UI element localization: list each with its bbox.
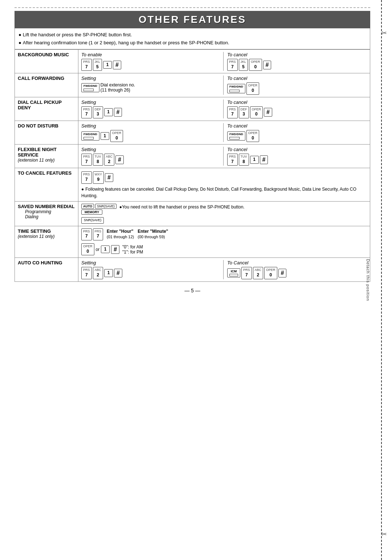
dnd-cancel-keys: FWD/DND OPER0: [227, 130, 367, 142]
ts-row2: OPER0 or 1 # "0": for AM "1": for PM: [81, 243, 367, 255]
key-prs7-c: PRS7: [227, 59, 238, 71]
key-prs7-dcpd: PRS7: [81, 106, 92, 118]
key-1-dcpd: 1: [104, 108, 113, 116]
key-tuv8-fns: TUV8: [93, 154, 103, 166]
feature-detail-ts: PRS7 PRS7 Enter "Hour" (01 through 12) E…: [78, 226, 370, 258]
bgm-enable: To enable PRS7 JKL5 1 #: [81, 52, 224, 71]
key-hash-ach: #: [114, 269, 122, 277]
feature-name-ts: TIME SETTING (extension 11 only): [15, 226, 78, 258]
key-prs7: PRS7: [81, 59, 92, 71]
ach-cancel-label: To Cancel: [227, 260, 367, 265]
row-time-setting: TIME SETTING (extension 11 only) PRS7 PR…: [15, 226, 370, 258]
ach-split: Setting PRS7 ABC2 1 # To Cancel: [81, 260, 367, 279]
key-tuv8-fns-c: TUV8: [239, 154, 249, 166]
fns-cancel-label: To cancel: [227, 147, 367, 152]
row-call-forwarding: CALL FORWARDING Setting FWD/DND Dial ext…: [15, 73, 370, 97]
ach-setting-keys: PRS7 ABC2 1 #: [81, 267, 221, 279]
dnd-cancel: To cancel FWD/DND OPER0: [225, 123, 367, 142]
bgm-enable-keys: PRS7 JKL5 1 #: [81, 59, 221, 71]
scissors-bottom-icon: ✂: [381, 530, 387, 538]
dcpd-cancel-label: To cancel: [227, 100, 367, 105]
key-1-fns-c: 1: [250, 156, 259, 164]
bgm-enable-label: To enable: [81, 52, 221, 57]
key-1-ach: 1: [104, 269, 113, 277]
fwd-dnd-key-cancel: FWD/DND: [227, 84, 245, 93]
feature-detail-snr: AUTO SNR(SAVE) MEMORY ●You need not to l…: [78, 201, 370, 226]
ts-am-label: "0": for AM: [122, 244, 143, 249]
fns-cancel: To cancel PRS7 TUV8 1 #: [225, 147, 367, 166]
snr-dialing-label: Dialing: [25, 214, 75, 219]
row-saved-number-redial: SAVED NUMBER REDIAL Programming Dialing …: [15, 201, 370, 226]
bgm-split: To enable PRS7 JKL5 1 # To cancel P: [81, 52, 367, 71]
tcf-bullet: Following features can be canceled. Dial…: [81, 186, 367, 199]
key-oper0-dcpd-c: OPER0: [250, 106, 263, 118]
feature-name-snr: SAVED NUMBER REDIAL Programming Dialing: [15, 201, 78, 226]
dcpd-split: Setting PRS7 DEF3 1 # To cancel PRS: [81, 100, 367, 118]
key-hash-dcpd: #: [114, 108, 122, 117]
ts-enter-hour: Enter "Hour": [107, 229, 133, 234]
dnd-setting-label: Setting: [81, 123, 221, 129]
key-memory: MEMORY: [81, 210, 102, 215]
features-table: BACKGROUND MUSIC To enable PRS7 JKL5 1 #: [15, 49, 370, 282]
cf-setting: Setting FWD/DND Dial extension no.(11 th…: [81, 76, 224, 94]
row-do-not-disturb: DO NOT DISTURB Setting FWD/DND 1: [15, 121, 370, 144]
page-title: OTHER FEATURES: [15, 14, 370, 25]
right-border: [381, 0, 382, 560]
feature-detail-tcf: PRS7 WXY9 # Following features can be ca…: [78, 168, 370, 201]
key-prs7-ach: PRS7: [81, 267, 92, 279]
dnd-setting-keys: FWD/DND 1 OPER0: [81, 130, 221, 142]
key-def3-dcpd-c: DEF3: [239, 106, 249, 118]
ts-enter-minute: Enter "Minute": [138, 229, 168, 234]
dnd-cancel-label: To cancel: [227, 123, 367, 129]
dcpd-setting-label: Setting: [81, 100, 221, 105]
cf-setting-label: Setting: [81, 76, 221, 81]
feature-name-fns: FLEXIBLE NIGHT SERVICE (extension 11 onl…: [15, 145, 78, 168]
ts-hour-info: Enter "Hour" (01 through 12): [107, 228, 134, 239]
snr-prog-key-row1: AUTO SNR(SAVE): [81, 204, 117, 209]
key-jkl5-c: JKL5: [239, 59, 248, 71]
key-hash-c: #: [263, 61, 271, 69]
key-1-ts: 1: [101, 245, 110, 253]
row-background-music: BACKGROUND MUSIC To enable PRS7 JKL5 1 #: [15, 50, 370, 73]
intro-bullet-2: After hearing confirmation tone (1 or 2 …: [19, 39, 366, 46]
fns-setting-keys: PRS7 TUV8 ABC2 #: [81, 154, 221, 166]
bgm-cancel-label: To cancel: [227, 52, 367, 57]
key-prs7-dcpd-c: PRS7: [227, 106, 238, 118]
ts-ampm-info: "0": for AM "1": for PM: [122, 244, 143, 255]
cf-cancel-label: To cancel: [227, 76, 367, 81]
dcpd-cancel: To cancel PRS7 DEF3 OPER0 #: [225, 100, 367, 118]
title-box: OTHER FEATURES: [15, 11, 370, 28]
key-abc2-fns: ABC2: [104, 154, 115, 166]
detach-label: Detach this position: [366, 259, 370, 301]
row-auto-co-hunting: AUTO CO HUNTING Setting PRS7 ABC2 1 #: [15, 258, 370, 281]
key-1: 1: [103, 61, 112, 69]
key-prs7-ach-c: PRS7: [241, 267, 252, 279]
scissors-top-icon: ✂: [381, 29, 387, 37]
key-prs7-tcf: PRS7: [81, 171, 92, 183]
row-to-cancel-features: TO CANCEL FEATURES PRS7 WXY9 # Following…: [15, 168, 370, 201]
ts-keys-prs: PRS7 PRS7: [81, 228, 103, 240]
fns-cancel-keys: PRS7 TUV8 1 #: [227, 154, 367, 166]
key-snrsave: SNR(SAVE): [95, 204, 116, 209]
page-number: — 5 —: [15, 288, 370, 293]
key-abc2-ach: ABC2: [93, 267, 103, 279]
ach-setting: Setting PRS7 ABC2 1 #: [81, 260, 224, 279]
snr-programming-row: AUTO SNR(SAVE) MEMORY ●You need not to l…: [81, 204, 367, 215]
dnd-setting: Setting FWD/DND 1 OPER0: [81, 123, 224, 142]
key-jkl5: JKL5: [93, 59, 102, 71]
key-hash: #: [113, 61, 121, 69]
cf-dial-note: Dial extension no.(11 through 26): [101, 82, 135, 93]
feature-name-tcf: TO CANCEL FEATURES: [15, 168, 78, 201]
row-flexible-night-service: FLEXIBLE NIGHT SERVICE (extension 11 onl…: [15, 145, 370, 168]
ts-sub: (extension 11 only): [18, 234, 75, 239]
fns-setting-label: Setting: [81, 147, 221, 152]
feature-detail-fns: Setting PRS7 TUV8 ABC2 # To cancel: [78, 145, 370, 168]
feature-detail-dcpd: Setting PRS7 DEF3 1 # To cancel PRS: [78, 97, 370, 121]
fns-setting: Setting PRS7 TUV8 ABC2 #: [81, 147, 224, 166]
key-icm: ICM: [227, 268, 240, 277]
feature-name-dnd: DO NOT DISTURB: [15, 121, 78, 144]
ts-ampm-keys: OPER0 or 1 #: [81, 243, 119, 255]
key-hash-fns: #: [115, 155, 124, 164]
top-divider: [15, 7, 370, 8]
ts-or: or: [96, 247, 100, 252]
